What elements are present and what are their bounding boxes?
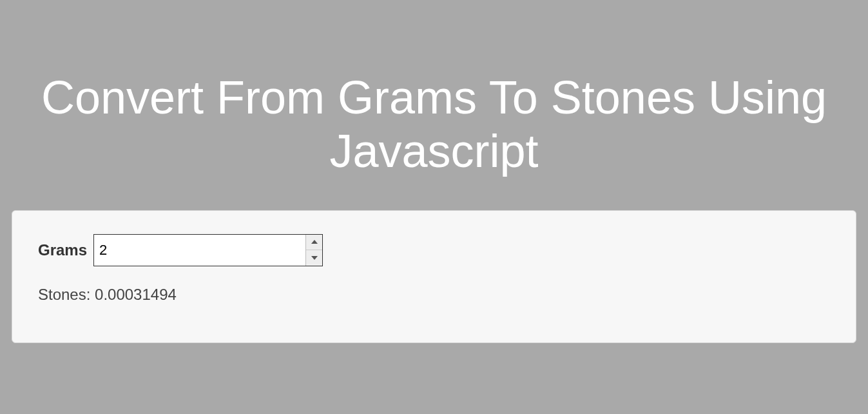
grams-input[interactable] (94, 235, 305, 266)
grams-label: Grams (38, 241, 87, 259)
grams-input-wrapper (93, 234, 323, 266)
chevron-down-icon (311, 256, 318, 260)
chevron-up-icon (311, 240, 318, 244)
stepper-down-button[interactable] (306, 250, 322, 266)
page-title: Convert From Grams To Stones Using Javas… (0, 0, 868, 210)
grams-stepper (305, 235, 322, 266)
stepper-up-button[interactable] (306, 235, 322, 251)
grams-input-row: Grams (38, 234, 830, 266)
converter-panel: Grams Stones: 0.00031494 (12, 210, 856, 343)
stones-result: Stones: 0.00031494 (38, 286, 830, 304)
